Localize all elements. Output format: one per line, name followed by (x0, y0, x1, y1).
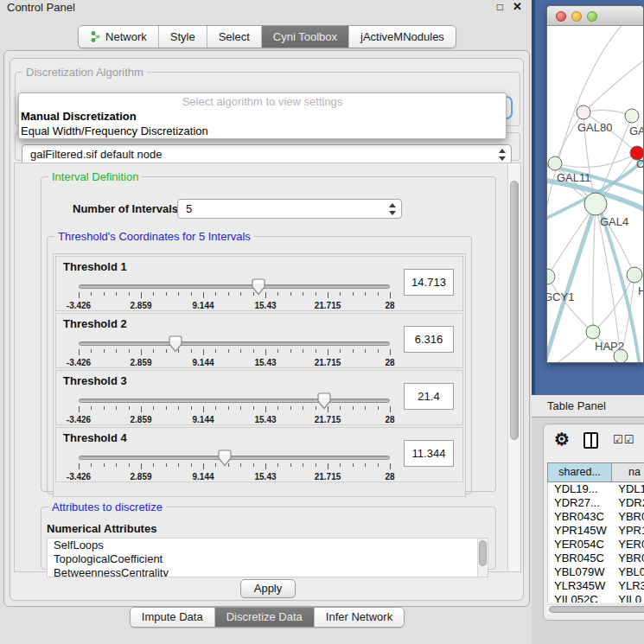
tab-impute-data[interactable]: Impute Data (131, 608, 215, 627)
cell-shared-name[interactable]: YBR045C (548, 552, 612, 565)
zoom-traffic-light-icon[interactable] (587, 11, 597, 22)
network-node[interactable] (584, 193, 607, 215)
network-node[interactable] (577, 105, 590, 119)
dropdown-option-manual-discretization[interactable]: Manual Discretization (19, 109, 506, 124)
threshold-value-field[interactable] (404, 383, 454, 410)
threshold-value-field[interactable] (404, 440, 454, 467)
table-row[interactable]: YBR043CYBR0 (548, 510, 644, 524)
combo-arrows-icon (388, 203, 396, 215)
network-canvas[interactable]: GAL80GACGAL11GAL4GCY1HHAP2 (547, 26, 643, 362)
table-row[interactable]: YDR27...YDR2 (548, 496, 644, 510)
cell-shared-name[interactable]: YIL052C (548, 593, 612, 603)
cell-name[interactable]: YDL1 (612, 482, 644, 496)
attribute-item[interactable]: BetweennessCentrality (48, 566, 488, 577)
attribute-item[interactable]: TopologicalCoefficient (48, 552, 488, 566)
column-header-name[interactable]: na (612, 462, 644, 482)
cell-shared-name[interactable]: YER054C (548, 538, 612, 552)
threshold-value-field[interactable] (404, 269, 454, 296)
network-node[interactable] (627, 267, 642, 283)
checkbox-icons[interactable]: ☑☑ (613, 433, 634, 446)
scrollbar-thumb[interactable] (549, 606, 644, 613)
close-icon[interactable]: ✕ (513, 0, 522, 13)
slider-track[interactable] (79, 341, 390, 346)
table-data-combobox[interactable]: galFiltered.sif default node (22, 144, 512, 164)
number-of-intervals-combobox[interactable]: 5 (177, 199, 402, 219)
threshold-slider[interactable]: -3.4262.8599.14415.4321.71528 (79, 277, 390, 309)
network-edge-highlighted[interactable] (547, 204, 596, 362)
tab-label: Cyni Toolbox (273, 26, 337, 48)
split-column-icon[interactable] (583, 432, 598, 449)
table-row[interactable]: YIL052CYIL0 (548, 593, 644, 603)
gear-icon[interactable]: ⚙ (554, 429, 570, 450)
cell-name[interactable]: YIL0 (612, 593, 644, 603)
table-horizontal-scrollbar[interactable] (547, 604, 644, 614)
cell-shared-name[interactable]: YBR043C (548, 510, 612, 524)
network-window-titlebar[interactable] (547, 6, 643, 26)
tab-jactivemnodules[interactable]: jActiveMNodules (349, 26, 456, 48)
tab-select[interactable]: Select (207, 26, 262, 48)
table-panel-title: Table Panel (547, 399, 606, 412)
close-traffic-light-icon[interactable] (556, 11, 566, 22)
threshold-slider[interactable]: -3.4262.8599.14415.4321.71528 (79, 335, 390, 366)
scrollbar-thumb[interactable] (479, 540, 487, 566)
slider-track[interactable] (79, 456, 390, 460)
attribute-item[interactable]: SelfLoops (48, 539, 488, 552)
cell-shared-name[interactable]: YPR145W (548, 524, 612, 538)
network-edge[interactable] (554, 332, 593, 362)
dropdown-option-equal-width-frequency[interactable]: Equal Width/Frequency Discretization (19, 124, 506, 138)
slider-track[interactable] (79, 399, 390, 403)
table-row[interactable]: YPR145WYPR1 (548, 524, 644, 538)
cell-name[interactable]: YBR0 (612, 510, 644, 524)
slider-track[interactable] (79, 284, 390, 289)
column-header-shared-name[interactable]: shared... (547, 462, 612, 482)
threshold-slider[interactable]: -3.4262.8599.14415.4321.71528 (79, 449, 390, 480)
network-edge[interactable] (593, 204, 596, 332)
scrollbar-thumb[interactable] (510, 181, 519, 440)
tab-cyni-toolbox[interactable]: Cyni Toolbox (262, 26, 349, 48)
cell-name[interactable]: YBL0 (612, 565, 644, 579)
network-node[interactable] (614, 349, 628, 362)
tick-label: -3.426 (67, 301, 91, 310)
cell-shared-name[interactable]: YBL079W (548, 565, 612, 579)
thresholds-title: Threshold's Coordinates for 5 Intervals (54, 230, 254, 243)
threshold-slider[interactable]: -3.4262.8599.14415.4321.71528 (79, 392, 390, 423)
cell-shared-name[interactable]: YLR345W (548, 579, 612, 593)
network-node[interactable] (586, 325, 600, 339)
cell-name[interactable]: YDR2 (612, 496, 644, 510)
network-node[interactable] (625, 109, 639, 123)
minimize-traffic-light-icon[interactable] (571, 11, 582, 22)
network-node[interactable] (547, 269, 555, 284)
network-edge[interactable] (555, 153, 637, 167)
cell-name[interactable]: YBR0 (612, 552, 644, 565)
numerical-attributes-list[interactable]: SelfLoopsTopologicalCoefficientBetweenne… (47, 538, 488, 577)
attributes-scrollbar[interactable] (477, 539, 488, 577)
threshold-value-field[interactable] (404, 326, 454, 353)
cell-name[interactable]: YLR3 (612, 579, 644, 593)
dropdown-placeholder-item[interactable]: Select algorithm to view settings (19, 95, 506, 109)
threshold-row: Threshold 1 -3.4262.8599.14415.4321.7152… (55, 256, 463, 311)
cyni-toolbox-panel: Discretization Algorithm Select algorith… (3, 50, 530, 607)
cell-name[interactable]: YER0 (612, 538, 644, 552)
table-row[interactable]: YBL079WYBL0 (548, 565, 644, 579)
apply-button[interactable]: Apply (240, 579, 296, 598)
tab-network[interactable]: Network (79, 26, 159, 48)
cell-name[interactable]: YPR1 (612, 524, 644, 538)
tick-label: 15.43 (254, 472, 276, 481)
tab-infer-network[interactable]: Infer Network (315, 608, 404, 627)
table-row[interactable]: YBR045CYBR0 (548, 552, 644, 565)
tab-discretize-data[interactable]: Discretize Data (215, 608, 315, 627)
network-graph[interactable]: GAL80GACGAL11GAL4GCY1HHAP2 (547, 26, 643, 362)
float-window-icon[interactable]: □ (497, 1, 503, 13)
network-edge[interactable] (583, 59, 643, 112)
cell-shared-name[interactable]: YDL19... (548, 482, 612, 496)
table-row[interactable]: YER054CYER0 (548, 538, 644, 552)
table-row[interactable]: YDL19...YDL1 (548, 482, 644, 496)
table-row[interactable]: YLR345WYLR3 (548, 579, 644, 593)
table-data-value: galFiltered.sif default node (30, 148, 162, 161)
tab-style[interactable]: Style (159, 26, 207, 48)
cell-shared-name[interactable]: YDR27... (548, 496, 612, 510)
settings-vertical-scrollbar[interactable] (507, 163, 520, 571)
table-body[interactable]: YDL19...YDL1YDR27...YDR2YBR043CYBR0YPR14… (547, 482, 644, 603)
network-node[interactable] (548, 156, 562, 170)
numerical-attributes-label: Numerical Attributes (47, 522, 156, 535)
